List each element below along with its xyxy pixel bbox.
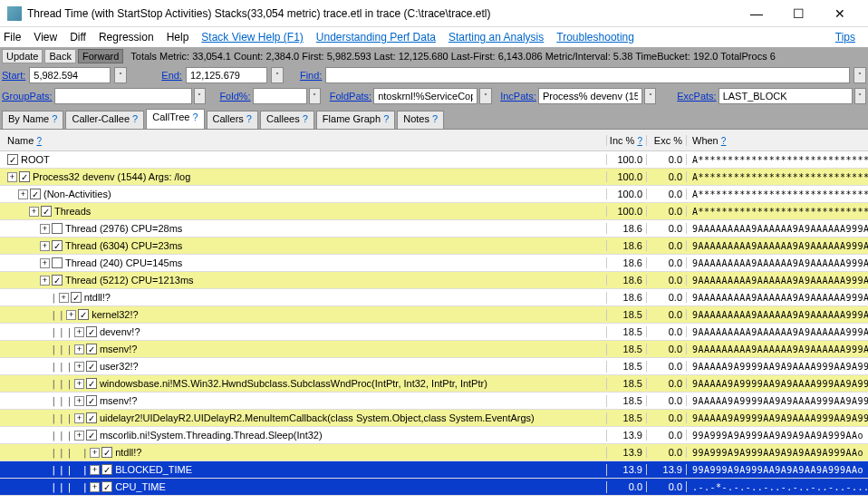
tree-row[interactable]: +Thread (6304) CPU=23ms18.60.09AAAAAAAAA… xyxy=(0,237,868,255)
row-checkbox[interactable] xyxy=(52,223,63,234)
row-checkbox[interactable] xyxy=(86,430,97,441)
row-checkbox[interactable] xyxy=(101,464,112,475)
tree-row[interactable]: +Thread (240) CPU=145ms18.60.09AAAAAAAAA… xyxy=(0,255,868,272)
row-checkbox[interactable] xyxy=(101,481,112,492)
close-button[interactable]: ✕ xyxy=(819,1,861,26)
tab-notes[interactable]: Notes ? xyxy=(397,111,444,129)
tree-row[interactable]: |||+devenv!?18.50.09AAAAAAAAA9AAAAAA9A9A… xyxy=(0,324,868,341)
tree-row[interactable]: ||| +windowsbase.ni!MS.Win32.HwndSubclas… xyxy=(0,375,868,393)
grouppats-label[interactable]: GroupPats: xyxy=(2,91,53,102)
row-checkbox[interactable] xyxy=(30,189,41,199)
header-inc[interactable]: Inc % ? xyxy=(607,135,647,146)
row-checkbox[interactable] xyxy=(7,154,18,165)
expand-toggle[interactable]: + xyxy=(40,241,50,251)
expand-toggle[interactable]: + xyxy=(74,396,84,406)
find-label[interactable]: Find: xyxy=(300,70,322,81)
foldpats-label[interactable]: FoldPats: xyxy=(330,91,371,102)
incpats-input[interactable] xyxy=(538,88,642,104)
tab-flame[interactable]: Flame Graph ? xyxy=(316,111,395,129)
expand-toggle[interactable]: + xyxy=(74,413,84,423)
menu-tips[interactable]: Tips xyxy=(835,31,855,44)
tree-row[interactable]: +Process32 devenv (1544) Args: /log100.0… xyxy=(0,169,868,186)
tab-byname[interactable]: By Name ? xyxy=(2,111,63,129)
menu-starting[interactable]: Starting an Analysis xyxy=(448,31,544,44)
expand-toggle[interactable]: + xyxy=(40,276,50,286)
end-label[interactable]: End: xyxy=(161,70,182,81)
tab-calltree[interactable]: CallTree ? xyxy=(146,109,204,129)
forward-button[interactable]: Forward xyxy=(78,49,123,63)
expand-toggle[interactable]: + xyxy=(40,258,50,268)
foldpats-input[interactable] xyxy=(373,88,477,104)
tree-row[interactable]: ||| |+ntdll!?13.90.099A999A9A999AA9A9A9A… xyxy=(0,444,868,461)
tab-callees[interactable]: Callees ? xyxy=(260,111,314,129)
menu-help[interactable]: Help xyxy=(167,31,189,44)
expand-toggle[interactable]: + xyxy=(7,172,17,182)
expand-toggle[interactable]: + xyxy=(90,482,100,492)
menu-perfdata[interactable]: Understanding Perf Data xyxy=(316,31,436,44)
incpats-dropdown[interactable]: ˅ xyxy=(644,88,656,104)
excpats-input[interactable] xyxy=(719,88,853,104)
row-checkbox[interactable] xyxy=(52,275,63,286)
row-checkbox[interactable] xyxy=(101,447,112,458)
start-dropdown[interactable]: ˅ xyxy=(114,67,127,83)
tree-row[interactable]: ||+kernel32!?18.50.09AAAAAAAAA9AAAAAA9A9… xyxy=(0,306,868,324)
foldpats-dropdown[interactable]: ˅ xyxy=(479,88,491,104)
expand-toggle[interactable]: + xyxy=(74,344,84,354)
grouppats-input[interactable] xyxy=(54,88,192,104)
menu-stackview-help[interactable]: Stack View Help (F1) xyxy=(201,31,303,44)
row-checkbox[interactable] xyxy=(86,326,97,337)
find-dropdown[interactable]: ˅ xyxy=(854,67,866,83)
expand-toggle[interactable]: + xyxy=(40,224,50,234)
expand-toggle[interactable]: + xyxy=(74,431,84,441)
expand-toggle[interactable]: + xyxy=(74,362,84,372)
foldpct-label[interactable]: Fold%: xyxy=(219,91,250,102)
menu-file[interactable]: File xyxy=(4,31,21,44)
expand-toggle[interactable]: + xyxy=(90,448,100,458)
expand-toggle[interactable]: + xyxy=(18,189,28,199)
row-checkbox[interactable] xyxy=(86,361,97,372)
tree-row[interactable]: ROOT100.00.0A***************************… xyxy=(0,151,868,169)
menu-regression[interactable]: Regression xyxy=(99,31,154,44)
tree-row[interactable]: ||| +uidelayr2!UIDelayR2.UIDelayR2.MenuI… xyxy=(0,410,868,427)
end-dropdown[interactable]: ˅ xyxy=(271,67,284,83)
row-checkbox[interactable] xyxy=(86,412,97,423)
header-when[interactable]: When ? xyxy=(687,135,868,146)
row-checkbox[interactable] xyxy=(71,292,82,303)
tab-callers[interactable]: Callers ? xyxy=(207,111,258,129)
minimize-button[interactable]: — xyxy=(736,1,777,26)
excpats-dropdown[interactable]: ˅ xyxy=(854,88,866,104)
expand-toggle[interactable]: + xyxy=(74,327,84,337)
end-input[interactable] xyxy=(186,67,267,83)
tree-row[interactable]: +Thread (2976) CPU=28ms18.60.09AAAAAAAAA… xyxy=(0,220,868,237)
grouppats-dropdown[interactable]: ˅ xyxy=(194,88,206,104)
excpats-label[interactable]: ExcPats: xyxy=(677,91,716,102)
tree-row[interactable]: ||| +user32!?18.50.09AAAAA9A9999AA9A9AAA… xyxy=(0,358,868,375)
row-checkbox[interactable] xyxy=(52,257,63,268)
tree-row[interactable]: ||| | +CPU_TIME0.00.0.-.-*-.-.-..-..-.-.… xyxy=(0,479,868,496)
row-checkbox[interactable] xyxy=(86,395,97,406)
menu-trouble[interactable]: Troubleshooting xyxy=(556,31,634,44)
row-checkbox[interactable] xyxy=(86,378,97,389)
start-input[interactable] xyxy=(29,67,111,83)
tab-callercallee[interactable]: Caller-Callee ? xyxy=(65,111,144,129)
foldpct-dropdown[interactable]: ˅ xyxy=(309,88,321,104)
expand-toggle[interactable]: + xyxy=(66,310,76,320)
tree-row[interactable]: +Thread (5212) CPU=1213ms18.60.09AAAAAAA… xyxy=(0,272,868,289)
start-label[interactable]: Start: xyxy=(2,70,25,81)
row-checkbox[interactable] xyxy=(52,240,63,251)
row-checkbox[interactable] xyxy=(41,206,52,217)
row-checkbox[interactable] xyxy=(86,344,97,354)
header-exc[interactable]: Exc % xyxy=(647,135,687,146)
menu-view[interactable]: View xyxy=(34,31,57,44)
header-name[interactable]: Name ? xyxy=(0,135,607,146)
row-checkbox[interactable] xyxy=(78,309,89,320)
expand-toggle[interactable]: + xyxy=(29,207,39,217)
row-checkbox[interactable] xyxy=(19,171,30,182)
tree-row[interactable]: |||+msenv!?18.50.09AAAAAAAAA9AAAAAA9A9AA… xyxy=(0,341,868,358)
menu-diff[interactable]: Diff xyxy=(70,31,86,44)
incpats-label[interactable]: IncPats: xyxy=(500,91,536,102)
expand-toggle[interactable]: + xyxy=(74,379,84,389)
foldpct-input[interactable] xyxy=(253,88,307,104)
tree-row[interactable]: ||| +mscorlib.ni!System.Threading.Thread… xyxy=(0,427,868,444)
tree-row[interactable]: +Threads100.00.0A***********************… xyxy=(0,203,868,220)
